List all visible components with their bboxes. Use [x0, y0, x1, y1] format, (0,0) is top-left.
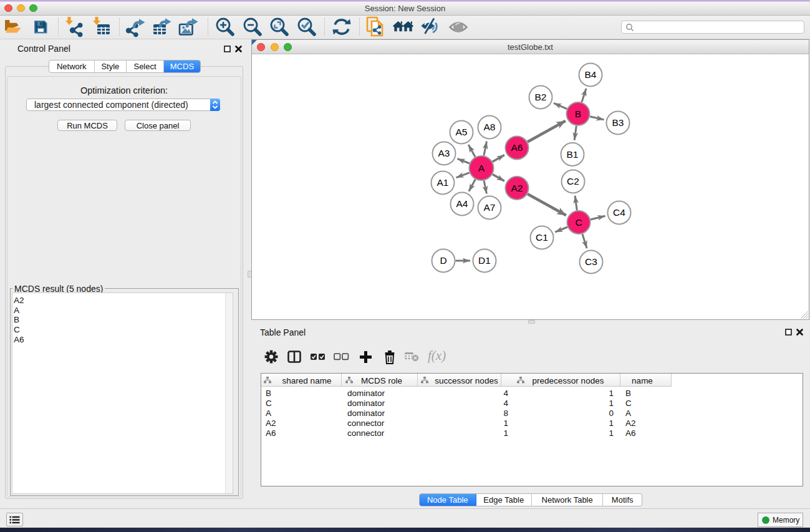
svg-text:A4: A4 — [456, 198, 468, 209]
svg-text:C2: C2 — [567, 176, 579, 186]
svg-text:A1: A1 — [437, 177, 449, 188]
svg-text:A8: A8 — [484, 122, 496, 132]
svg-text:B4: B4 — [585, 69, 597, 80]
svg-text:A5: A5 — [456, 127, 468, 137]
svg-text:B3: B3 — [612, 117, 624, 128]
svg-text:D: D — [440, 255, 446, 266]
svg-text:A7: A7 — [484, 202, 496, 213]
svg-text:C: C — [575, 217, 582, 228]
svg-text:A2: A2 — [511, 183, 523, 193]
svg-text:C4: C4 — [613, 207, 625, 218]
svg-text:A: A — [478, 163, 485, 173]
svg-text:B1: B1 — [567, 149, 579, 160]
svg-text:A3: A3 — [438, 148, 450, 158]
svg-text:D1: D1 — [478, 255, 491, 266]
svg-text:A6: A6 — [511, 142, 523, 153]
svg-text:C3: C3 — [585, 256, 597, 267]
svg-text:B2: B2 — [535, 92, 547, 102]
svg-text:B: B — [575, 109, 581, 119]
svg-text:C1: C1 — [536, 232, 548, 243]
